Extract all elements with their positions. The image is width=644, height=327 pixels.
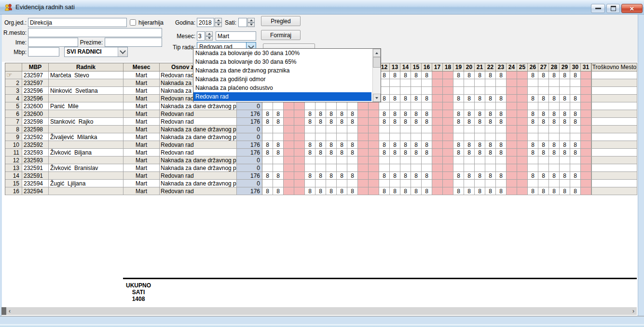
day-cell[interactable] [496, 79, 507, 87]
dropdown-scroll-down-button[interactable] [373, 94, 381, 102]
day-cell[interactable] [422, 164, 432, 172]
day-cell[interactable]: 8 [570, 187, 581, 195]
day-cell[interactable] [369, 172, 379, 180]
day-cell[interactable] [284, 172, 294, 180]
day-cell[interactable] [443, 156, 453, 164]
day-cell[interactable] [443, 141, 453, 149]
dropdown-item[interactable]: Naknada za bolovanje do 30 dana 100% [193, 49, 371, 57]
day-cell[interactable] [432, 79, 443, 87]
day-cell[interactable] [432, 149, 443, 156]
day-cell[interactable] [443, 133, 453, 141]
day-cell[interactable] [284, 164, 294, 172]
day-cell[interactable]: 8 [390, 118, 400, 126]
day-cell[interactable]: 8 [400, 118, 411, 126]
day-cell[interactable] [528, 87, 538, 95]
day-cell[interactable] [432, 187, 443, 195]
row-selector[interactable]: 3 [5, 87, 22, 95]
day-cell[interactable] [443, 149, 453, 156]
day-cell[interactable] [337, 133, 347, 141]
day-cell[interactable] [358, 126, 369, 133]
day-cell[interactable] [570, 180, 581, 187]
cell-mesec[interactable]: Mart [123, 164, 160, 172]
day-cell[interactable]: 8 [528, 118, 538, 126]
day-cell[interactable] [422, 87, 432, 95]
day-cell[interactable]: 8 [453, 118, 464, 126]
day-cell[interactable] [507, 133, 517, 141]
day-cell[interactable] [507, 118, 517, 126]
day-cell[interactable] [390, 87, 400, 95]
day-cell[interactable]: 8 [422, 95, 432, 102]
day-cell[interactable] [411, 79, 422, 87]
day-cell[interactable] [432, 164, 443, 172]
day-cell[interactable] [581, 180, 591, 187]
day-cell[interactable]: 8 [549, 118, 560, 126]
day-cell[interactable]: 8 [411, 71, 422, 79]
day-cell[interactable] [432, 126, 443, 133]
cell-mbp[interactable]: 232593 [22, 156, 49, 164]
day-cell[interactable] [507, 149, 517, 156]
day-cell[interactable] [549, 102, 560, 110]
day-cell[interactable] [496, 156, 507, 164]
dropdown-scrollbar-thumb[interactable] [373, 57, 381, 68]
day-cell[interactable] [485, 87, 496, 95]
cell-troskovno[interactable] [591, 172, 637, 180]
day-cell[interactable] [358, 102, 369, 110]
day-cell[interactable] [411, 87, 422, 95]
cell-mesec[interactable]: Mart [123, 110, 160, 118]
day-cell[interactable]: 8 [538, 118, 549, 126]
day-cell[interactable]: 8 [549, 110, 560, 118]
day-cell[interactable]: 8 [411, 118, 422, 126]
godina-input[interactable] [197, 18, 214, 27]
cell-mbp[interactable]: 232592 [22, 141, 49, 149]
day-cell[interactable] [507, 87, 517, 95]
row-selector[interactable]: 13 [5, 164, 22, 172]
day-cell[interactable] [369, 118, 379, 126]
day-cell[interactable] [315, 164, 326, 172]
day-cell[interactable] [294, 118, 305, 126]
day-cell[interactable] [390, 126, 400, 133]
cell-mbp[interactable]: 232597 [22, 71, 49, 79]
cell-radnik[interactable] [49, 187, 123, 195]
row-selector[interactable]: 10 [5, 141, 22, 149]
cell-radnik[interactable] [49, 79, 123, 87]
day-cell[interactable]: 8 [485, 172, 496, 180]
cell-troskovno[interactable] [591, 164, 637, 172]
day-cell[interactable] [284, 133, 294, 141]
day-cell[interactable] [496, 102, 507, 110]
cell-mbp[interactable]: 232597 [22, 79, 49, 87]
row-selector[interactable]: 12 [5, 156, 22, 164]
day-cell[interactable] [273, 164, 284, 172]
day-cell[interactable] [284, 126, 294, 133]
cell-mbp[interactable]: 232591 [22, 172, 49, 180]
cell-mbp[interactable]: 232592 [22, 133, 49, 141]
day-cell[interactable] [517, 87, 528, 95]
day-cell[interactable]: 8 [315, 141, 326, 149]
day-cell[interactable] [549, 180, 560, 187]
day-cell[interactable] [528, 156, 538, 164]
day-cell[interactable] [443, 87, 453, 95]
radnici-filter-combo[interactable]: SVI RADNICI [64, 47, 128, 57]
day-cell[interactable] [432, 71, 443, 79]
day-cell[interactable] [379, 133, 390, 141]
day-cell[interactable]: 8 [347, 141, 358, 149]
day-cell[interactable] [464, 126, 475, 133]
day-cell[interactable]: 8 [400, 149, 411, 156]
cell-mbp[interactable]: 232594 [22, 187, 49, 195]
day-cell[interactable]: 8 [485, 95, 496, 102]
cell-troskovno[interactable] [591, 102, 637, 110]
day-cell[interactable]: 8 [315, 110, 326, 118]
day-cell[interactable]: 8 [528, 110, 538, 118]
cell-mbp[interactable]: 232600 [22, 102, 49, 110]
row-selector[interactable]: 7 [5, 118, 22, 126]
day-cell[interactable] [390, 164, 400, 172]
cell-osnov[interactable]: Redovan rad [160, 149, 237, 156]
day-cell[interactable]: 8 [305, 141, 315, 149]
day-cell[interactable] [560, 126, 570, 133]
day-cell[interactable] [284, 149, 294, 156]
day-cell[interactable] [581, 79, 591, 87]
day-cell[interactable] [443, 187, 453, 195]
day-cell[interactable]: 8 [496, 110, 507, 118]
day-cell[interactable]: 8 [422, 141, 432, 149]
day-cell[interactable] [517, 71, 528, 79]
day-cell[interactable]: 8 [273, 187, 284, 195]
